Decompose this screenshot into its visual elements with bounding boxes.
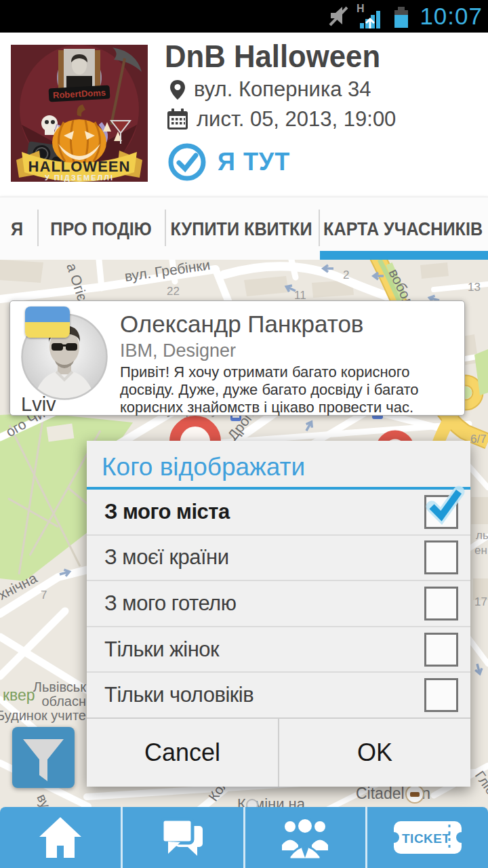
park-label: квер — [3, 686, 35, 704]
participant-name: Олександр Панкратов — [120, 311, 363, 338]
ticket-label: TICKET — [402, 831, 451, 846]
participant-message: Привіт! Я хочу отримати багато корисного… — [120, 363, 460, 416]
participant-city: Lviv — [21, 393, 56, 416]
checkin-button[interactable]: Я ТУТ — [167, 142, 290, 182]
nav-chat-button[interactable] — [121, 807, 243, 868]
poi-label: обласн — [41, 694, 86, 709]
house-number: 13 — [468, 281, 481, 294]
checkbox[interactable] — [424, 633, 458, 667]
dialog-option-from-my-country[interactable]: З моєї країни — [87, 536, 470, 582]
option-label: З мого готелю — [104, 591, 236, 616]
poi-label: Будинок учите — [0, 708, 86, 723]
status-bar: H 10:07 — [0, 0, 488, 33]
location-pin-icon — [169, 79, 186, 100]
clock: 10:07 — [420, 3, 483, 30]
house-number: 6/7 — [470, 433, 487, 446]
option-label: З моєї країни — [104, 545, 229, 570]
house-number: 7 — [41, 589, 47, 601]
group-icon — [281, 816, 329, 859]
option-label: Тільки жінок — [104, 637, 219, 662]
dialog-option-from-my-hotel[interactable]: З мого готелю — [87, 581, 470, 627]
poster-title: HALLOWEEN — [28, 158, 131, 175]
checkbox[interactable] — [424, 540, 458, 574]
checkin-label: Я ТУТ — [218, 148, 290, 176]
chat-icon — [159, 816, 207, 859]
dialog-buttons: Cancel OK — [87, 717, 470, 787]
house-number: 17 — [474, 595, 487, 608]
event-title: DnB Halloween — [165, 38, 380, 75]
event-date-row: лист. 05, 2013, 19:00 — [167, 107, 396, 132]
battery-icon — [392, 3, 410, 29]
tab-partial[interactable]: Я — [0, 197, 34, 260]
filter-button[interactable] — [12, 727, 75, 788]
participant-role: IBM, Designer — [120, 340, 236, 361]
event-poster-image: RobertDoms — [11, 45, 148, 182]
check-circle-icon — [167, 142, 207, 182]
mute-icon — [329, 4, 349, 28]
poi-label-fragment: ль — [476, 529, 488, 542]
home-icon — [38, 816, 83, 859]
dialog-option-women-only[interactable]: Тільки жінок — [87, 627, 470, 673]
filter-funnel-icon — [12, 727, 75, 788]
nav-tickets-button[interactable]: TICKET — [365, 807, 488, 868]
dialog-option-men-only[interactable]: Тільки чоловіків — [87, 673, 470, 717]
dialog-option-from-my-city[interactable]: З мого міста — [87, 490, 470, 536]
calendar-icon — [167, 108, 188, 130]
tab-about-event[interactable]: ПРО ПОДІЮ — [37, 197, 165, 260]
event-datetime: лист. 05, 2013, 19:00 — [197, 107, 396, 132]
event-address-row: вул. Коперника 34 — [169, 77, 371, 102]
check-icon — [424, 484, 463, 523]
selected-tab-indicator — [320, 251, 488, 260]
poi-label-fragment: ен — [474, 544, 487, 557]
ok-button[interactable]: OK — [279, 719, 470, 787]
ukraine-flag-icon — [25, 307, 70, 338]
checkbox[interactable] — [424, 587, 458, 620]
ticket-icon: TICKET — [392, 817, 463, 858]
house-number: 22 — [167, 285, 180, 298]
event-header: RobertDoms — [0, 33, 488, 197]
cancel-button[interactable]: Cancel — [87, 719, 278, 787]
option-label: З мого міста — [104, 500, 230, 524]
nav-participants-button[interactable] — [243, 807, 366, 868]
dialog-title: Кого відображати — [87, 441, 470, 487]
poster-subtitle: У ПІДЗЕМЕЛЛІ — [45, 174, 114, 182]
tab-buy-tickets[interactable]: КУПИТИ КВИТКИ — [165, 197, 319, 260]
checkbox[interactable] — [424, 495, 458, 529]
poi-label: Львівськ — [33, 679, 86, 694]
house-number: 2 — [343, 269, 349, 281]
app-screen: H 10:07 — [0, 0, 488, 868]
participant-card[interactable]: Олександр Панкратов IBM, Designer Привіт… — [9, 300, 465, 416]
signal-strength-icon: H — [356, 3, 386, 30]
tab-bar: Я ПРО ПОДІЮ КУПИТИ КВИТКИ КАРТА УЧАСНИКІ… — [0, 197, 488, 260]
svg-text:H: H — [357, 3, 365, 14]
event-address: вул. Коперника 34 — [194, 77, 371, 102]
nav-home-button[interactable] — [0, 807, 121, 868]
option-label: Тільки чоловіків — [104, 683, 253, 707]
bottom-navigation: TICKET — [0, 807, 488, 868]
filter-dialog: Кого відображати З мого міста З моєї кра… — [87, 441, 470, 787]
checkbox[interactable] — [424, 678, 458, 712]
